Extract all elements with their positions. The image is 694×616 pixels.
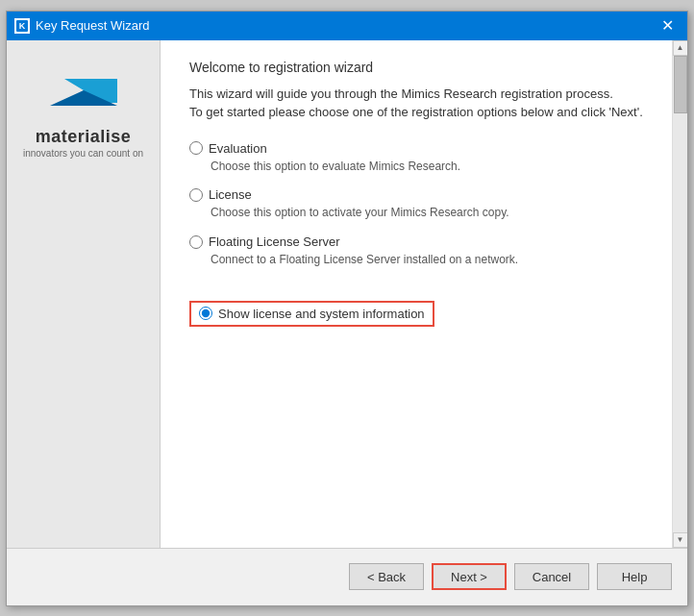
option-show-license: Show license and system information bbox=[189, 291, 643, 327]
back-button[interactable]: < Back bbox=[349, 563, 424, 590]
scroll-down-arrow[interactable]: ▼ bbox=[673, 532, 688, 548]
options-group: Evaluation Choose this option to evaluat… bbox=[189, 141, 643, 340]
logo-container: materialise innovators you can count on bbox=[23, 69, 143, 160]
scrollbar: ▲ ▼ bbox=[672, 40, 687, 548]
option-license: License Choose this option to activate y… bbox=[189, 187, 643, 221]
evaluation-text: Evaluation bbox=[209, 141, 267, 156]
logo-tagline: innovators you can count on bbox=[23, 148, 143, 159]
show-license-radio[interactable] bbox=[199, 307, 212, 320]
license-desc: Choose this option to activate your Mimi… bbox=[211, 205, 643, 221]
content-area: materialise innovators you can count on … bbox=[7, 40, 687, 548]
show-license-text: Show license and system information bbox=[218, 307, 425, 321]
main-panel: Welcome to registration wizard This wiza… bbox=[161, 40, 672, 548]
window-icon: K bbox=[14, 18, 30, 34]
close-button[interactable]: ✕ bbox=[655, 13, 680, 38]
scroll-track[interactable] bbox=[673, 56, 687, 532]
license-label[interactable]: License bbox=[189, 187, 643, 202]
logo-icon bbox=[36, 69, 132, 122]
license-radio[interactable] bbox=[189, 188, 203, 202]
show-license-label[interactable]: Show license and system information bbox=[199, 307, 425, 321]
window-title: Key Request Wizard bbox=[36, 18, 655, 33]
next-button[interactable]: Next > bbox=[432, 563, 507, 590]
description: This wizard will guide you through the M… bbox=[189, 85, 643, 122]
main-window: K Key Request Wizard ✕ materialise innov… bbox=[6, 11, 688, 606]
scroll-thumb[interactable] bbox=[674, 56, 687, 113]
title-bar: K Key Request Wizard ✕ bbox=[7, 12, 687, 40]
highlighted-option-box: Show license and system information bbox=[189, 301, 434, 327]
floating-radio[interactable] bbox=[189, 235, 203, 249]
cancel-button[interactable]: Cancel bbox=[514, 563, 589, 590]
svg-text:K: K bbox=[19, 21, 26, 31]
welcome-title: Welcome to registration wizard bbox=[189, 60, 643, 75]
license-text: License bbox=[209, 187, 252, 202]
floating-label[interactable]: Floating License Server bbox=[189, 234, 643, 249]
evaluation-label[interactable]: Evaluation bbox=[189, 141, 643, 156]
logo-text: materialise bbox=[36, 128, 132, 147]
floating-text: Floating License Server bbox=[209, 234, 340, 249]
option-evaluation: Evaluation Choose this option to evaluat… bbox=[189, 141, 643, 175]
help-button[interactable]: Help bbox=[597, 563, 672, 590]
scroll-up-arrow[interactable]: ▲ bbox=[673, 40, 688, 56]
floating-desc: Connect to a Floating License Server ins… bbox=[211, 252, 643, 268]
sidebar: materialise innovators you can count on bbox=[7, 40, 161, 548]
evaluation-desc: Choose this option to evaluate Mimics Re… bbox=[211, 159, 643, 175]
evaluation-radio[interactable] bbox=[189, 141, 203, 155]
option-floating: Floating License Server Connect to a Flo… bbox=[189, 234, 643, 268]
button-bar: < Back Next > Cancel Help bbox=[7, 548, 687, 605]
